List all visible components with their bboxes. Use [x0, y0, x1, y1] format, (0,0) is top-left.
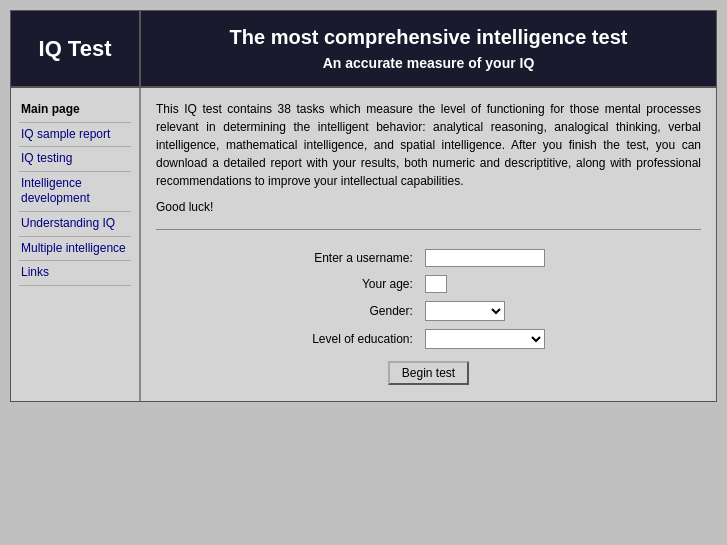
education-label: Level of education:	[306, 325, 419, 353]
main-title: The most comprehensive intelligence test	[230, 26, 628, 49]
logo-area: IQ Test	[11, 11, 141, 86]
logo-text: IQ Test	[39, 36, 112, 62]
age-row: Your age:	[306, 271, 551, 297]
registration-form: Enter a username: Your age: Gender:	[306, 245, 551, 389]
username-input[interactable]	[425, 249, 545, 267]
description-text: This IQ test contains 38 tasks which mea…	[156, 100, 701, 190]
header: IQ Test The most comprehensive intellige…	[11, 11, 716, 88]
app-container: IQ Test The most comprehensive intellige…	[10, 10, 717, 402]
sidebar-item-iq-testing[interactable]: IQ testing	[19, 147, 131, 172]
begin-row: Begin test	[306, 353, 551, 389]
subtitle: An accurate measure of your IQ	[323, 55, 535, 71]
sidebar-item-main-page[interactable]: Main page	[19, 98, 131, 123]
begin-test-button[interactable]: Begin test	[388, 361, 469, 385]
sidebar-item-links[interactable]: Links	[19, 261, 131, 286]
page-content: This IQ test contains 38 tasks which mea…	[141, 88, 716, 401]
sidebar: Main page IQ sample report IQ testing In…	[11, 88, 141, 401]
sidebar-item-understanding-iq[interactable]: Understanding IQ	[19, 212, 131, 237]
gender-label: Gender:	[306, 297, 419, 325]
sidebar-item-multiple-intelligence[interactable]: Multiple intelligence	[19, 237, 131, 262]
header-title-area: The most comprehensive intelligence test…	[141, 11, 716, 86]
age-label: Your age:	[306, 271, 419, 297]
gender-select[interactable]: Male Female	[425, 301, 505, 321]
sidebar-item-sample-report[interactable]: IQ sample report	[19, 123, 131, 148]
divider	[156, 229, 701, 230]
gender-row: Gender: Male Female	[306, 297, 551, 325]
age-input[interactable]	[425, 275, 447, 293]
username-label: Enter a username:	[306, 245, 419, 271]
good-luck-text: Good luck!	[156, 200, 701, 214]
sidebar-item-intelligence-dev[interactable]: Intelligence development	[19, 172, 131, 212]
main-content: Main page IQ sample report IQ testing In…	[11, 88, 716, 401]
education-select[interactable]: Primary school High school College Unive…	[425, 329, 545, 349]
education-row: Level of education: Primary school High …	[306, 325, 551, 353]
username-row: Enter a username:	[306, 245, 551, 271]
